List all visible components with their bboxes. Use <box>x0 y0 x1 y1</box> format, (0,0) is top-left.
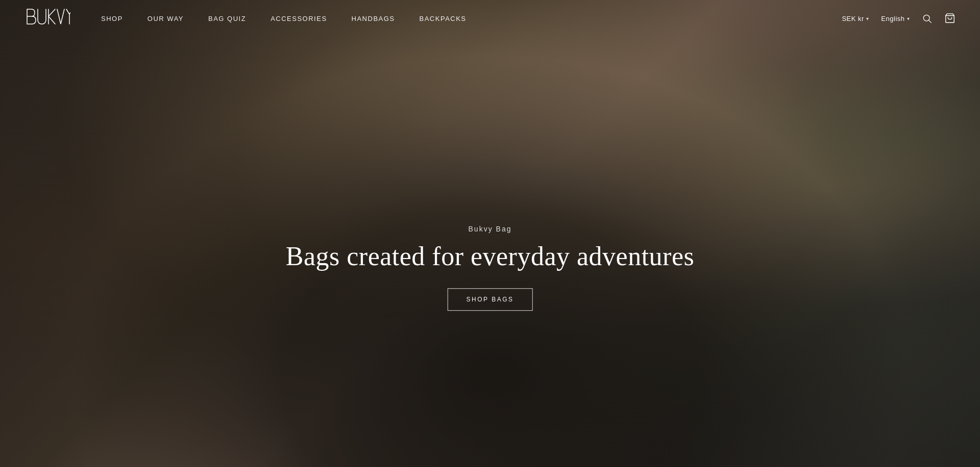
nav-handbags[interactable]: HANDBAGS <box>352 15 395 22</box>
shop-bags-button[interactable]: SHOP BAGS <box>448 288 533 311</box>
nav-shop[interactable]: SHOP <box>101 15 123 22</box>
svg-point-0 <box>923 15 929 21</box>
navbar: SHOP OUR WAY BAG QUIZ ACCESSORIES HANDBA… <box>0 0 980 37</box>
hero-brand-name: Bukvy Bag <box>469 225 512 233</box>
cart-icon <box>944 13 955 24</box>
nav-our-way[interactable]: OUR WAY <box>148 15 184 22</box>
search-icon <box>922 13 932 24</box>
logo-svg <box>24 5 70 28</box>
logo[interactable] <box>24 5 70 32</box>
logo-text <box>24 5 70 32</box>
nav-backpacks[interactable]: BACKPACKS <box>420 15 467 22</box>
language-selector[interactable]: English ▾ <box>881 15 910 22</box>
language-chevron: ▾ <box>907 16 910 21</box>
hero-content: Bukvy Bag Bags created for everyday adve… <box>286 225 695 311</box>
nav-accessories[interactable]: ACCESSORIES <box>271 15 327 22</box>
cart-button[interactable] <box>944 13 955 24</box>
nav-links: SHOP OUR WAY BAG QUIZ ACCESSORIES HANDBA… <box>101 15 842 22</box>
currency-chevron: ▾ <box>866 16 869 21</box>
search-button[interactable] <box>922 13 932 24</box>
svg-line-1 <box>929 20 932 23</box>
nav-right: SEK kr ▾ English ▾ <box>842 13 955 24</box>
hero-section: SHOP OUR WAY BAG QUIZ ACCESSORIES HANDBA… <box>0 0 980 467</box>
currency-selector[interactable]: SEK kr ▾ <box>842 15 869 22</box>
language-label: English <box>881 15 904 22</box>
nav-bag-quiz[interactable]: BAG QUIZ <box>208 15 246 22</box>
hero-headline: Bags created for everyday adventures <box>286 241 695 272</box>
currency-label: SEK kr <box>842 15 864 22</box>
